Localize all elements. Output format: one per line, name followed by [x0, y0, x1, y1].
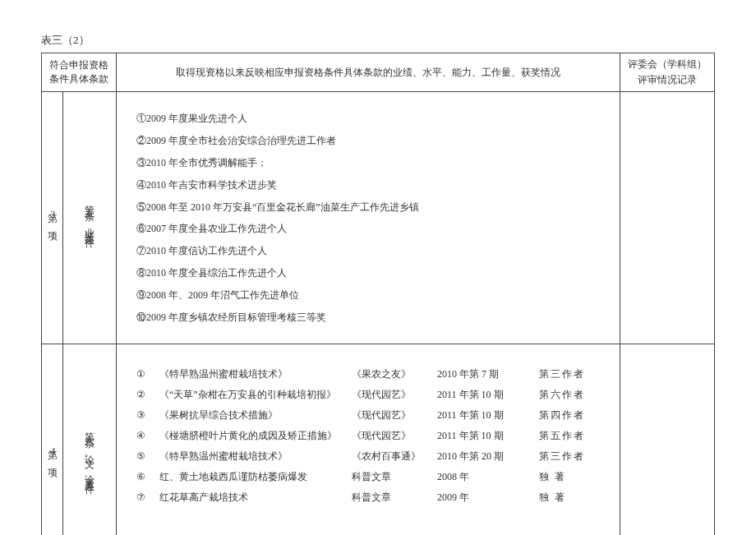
achievement-item: ⑧2010 年度全县综治工作先进个人 [136, 266, 600, 280]
row4-eval [620, 344, 715, 535]
pub-marker: ④ [136, 430, 148, 442]
achievement-item: ②2009 年度全市社会治安综合治理先进工作者 [136, 134, 600, 148]
pub-issue: 2011 年第 10 期 [437, 429, 528, 443]
pub-author: 第三作者 [539, 450, 597, 464]
row3-index: 第3项 [42, 92, 63, 344]
pub-journal: 《现代园艺》 [352, 429, 426, 443]
pub-journal: 《现代园艺》 [352, 408, 426, 422]
achievement-item: ④2010 年吉安市科学技术进步奖 [136, 178, 600, 192]
achievement-item: ⑨2008 年、2009 年沼气工作先进单位 [136, 288, 600, 302]
pub-journal: 《现代园艺》 [352, 388, 426, 402]
pub-marker: ③ [136, 409, 148, 422]
pub-title: 《果树抗旱综合技术措施》 [159, 408, 340, 422]
row4-index: 第4项 [42, 344, 63, 535]
header-eval: 评委会（学科组） 评审情况记录 [620, 53, 715, 92]
publications-list: ①《特早熟温州蜜柑栽培技术》《果农之友》2010 年第 7 期第三作者②《“天草… [122, 348, 615, 535]
pub-journal: 《果农之友》 [352, 367, 426, 381]
row4-sub-text: 第六条 论文、论著条件 [84, 424, 95, 480]
pub-title: 红、黄土地栽西瓜谨防枯萎病爆发 [159, 470, 340, 484]
page-title: 表三（2） [41, 33, 715, 48]
pub-author: 第三作者 [539, 367, 597, 381]
row4-sub: 第六条 论文、论著条件 [63, 344, 117, 535]
pub-journal: 《农村百事通》 [352, 450, 426, 464]
achievements-list: ①2009 年度果业先进个人②2009 年度全市社会治安综合治理先进工作者③20… [122, 95, 615, 340]
qualification-table: 符合申报资格条件具体条款 取得现资格以来反映相应申报资格条件具体条款的业绩、水平… [41, 53, 715, 535]
pub-issue: 2009 年 [437, 491, 528, 505]
header-desc: 取得现资格以来反映相应申报资格条件具体条款的业绩、水平、能力、工作量、获奖情况 [117, 53, 620, 92]
row4-index-text: 第4项 [47, 442, 58, 464]
row3-content: ①2009 年度果业先进个人②2009 年度全市社会治安综合治理先进工作者③20… [117, 92, 620, 344]
pub-marker: ② [136, 389, 148, 401]
row3-sub-text: 第五条 业绩条件 [84, 197, 95, 233]
achievement-item: ⑩2009 年度乡镇农经所目标管理考核三等奖 [136, 311, 600, 325]
pub-issue: 2008 年 [437, 470, 528, 484]
achievement-item: ①2009 年度果业先进个人 [136, 112, 600, 126]
pub-title: 《特早熟温州蜜柑栽培技术》 [159, 450, 340, 464]
pub-marker: ⑤ [136, 450, 148, 463]
header-cond: 符合申报资格条件具体条款 [42, 53, 117, 92]
publication-row: ⑤《特早熟温州蜜柑栽培技术》《农村百事通》2010 年第 20 期第三作者 [136, 450, 600, 464]
pub-author: 第四作者 [539, 408, 597, 422]
pub-title: 《“天草”杂柑在万安县的引种栽培初报》 [159, 388, 340, 402]
header-eval-line2: 评审情况记录 [625, 72, 709, 88]
pub-title: 红花草高产栽培技术 [159, 491, 340, 505]
publication-row: ③《果树抗旱综合技术措施》《现代园艺》2011 年第 10 期第四作者 [136, 408, 600, 422]
pub-marker: ⑦ [136, 491, 148, 504]
header-eval-line1: 评委会（学科组） [625, 57, 709, 72]
pub-title: 《特早熟温州蜜柑栽培技术》 [159, 367, 340, 381]
pub-author: 独 著 [539, 491, 597, 505]
pub-marker: ⑥ [136, 471, 148, 483]
achievement-item: ⑤2008 年至 2010 年万安县“百里金花长廊”油菜生产工作先进乡镇 [136, 201, 600, 214]
pub-issue: 2010 年第 20 期 [437, 450, 528, 464]
publication-row: ④《椪塘脐橙叶片黄化的成因及矫正措施》《现代园艺》2011 年第 10 期第五作… [136, 429, 600, 443]
pub-journal: 科普文章 [352, 491, 426, 505]
achievement-item: ⑥2007 年度全县农业工作先进个人 [136, 222, 600, 236]
pub-journal: 科普文章 [352, 470, 426, 484]
row3-eval [620, 92, 715, 344]
row4-content: ①《特早熟温州蜜柑栽培技术》《果农之友》2010 年第 7 期第三作者②《“天草… [117, 344, 620, 535]
pub-author: 第六作者 [539, 388, 597, 402]
achievement-item: ③2010 年全市优秀调解能手； [136, 156, 600, 170]
publication-row: ⑥红、黄土地栽西瓜谨防枯萎病爆发科普文章2008 年独 著 [136, 470, 600, 484]
pub-marker: ① [136, 368, 148, 380]
publication-row: ⑦红花草高产栽培技术科普文章2009 年独 著 [136, 491, 600, 505]
pub-issue: 2010 年第 7 期 [437, 367, 528, 381]
row3-index-text: 第3项 [47, 205, 58, 227]
row3-sub: 第五条 业绩条件 [63, 92, 117, 344]
pub-author: 独 著 [539, 470, 597, 484]
publication-row: ①《特早熟温州蜜柑栽培技术》《果农之友》2010 年第 7 期第三作者 [136, 367, 600, 381]
pub-issue: 2011 年第 10 期 [437, 408, 528, 422]
pub-title: 《椪塘脐橙叶片黄化的成因及矫正措施》 [159, 429, 340, 443]
publication-row: ②《“天草”杂柑在万安县的引种栽培初报》《现代园艺》2011 年第 10 期第六… [136, 388, 600, 402]
achievement-item: ⑦2010 年度信访工作先进个人 [136, 244, 600, 258]
pub-issue: 2011 年第 10 期 [437, 388, 528, 402]
pub-author: 第五作者 [539, 429, 597, 443]
